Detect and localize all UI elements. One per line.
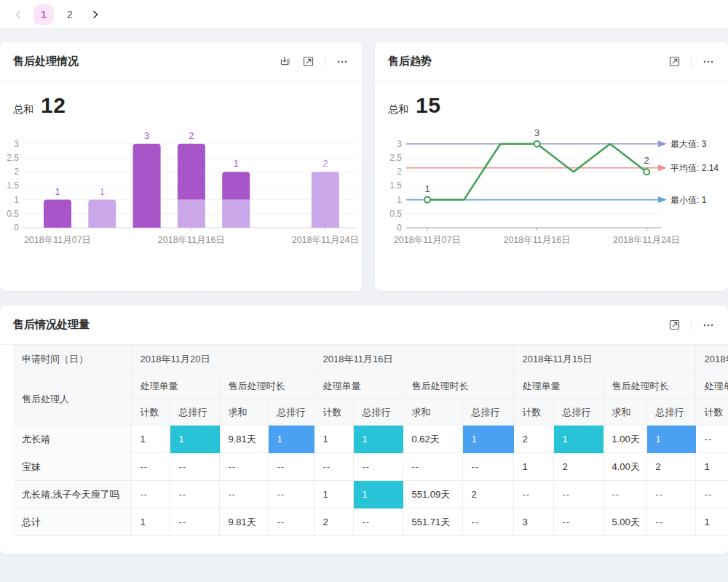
- table-metric-header: 处理单量: [695, 373, 728, 399]
- table-sub-header: 求和: [219, 399, 268, 426]
- table-metric-header: 售后处理时长: [403, 373, 513, 399]
- table-cell: 1: [353, 426, 403, 453]
- min-arrow-icon: [658, 196, 667, 203]
- stacked-bar-chart: 00.511.522.53113121122018年11月07日2018年11月…: [0, 122, 362, 264]
- bar-value-label: 1: [55, 186, 60, 197]
- table-cell: --: [170, 509, 219, 536]
- bar-segment[interactable]: [222, 200, 250, 228]
- data-point-marker[interactable]: [424, 197, 430, 203]
- card-actions: [668, 55, 715, 68]
- table-cell: --: [403, 453, 462, 481]
- bar-segment[interactable]: [178, 200, 205, 228]
- data-point-label: 2: [644, 155, 649, 166]
- more-icon[interactable]: [702, 319, 715, 332]
- y-axis-tick-label: 1.5: [389, 180, 402, 191]
- table-sub-header: 计数: [513, 399, 553, 426]
- x-axis-tick-label: 2018年11月24日: [613, 235, 680, 245]
- table-cell: 0.62天: [403, 426, 462, 453]
- table-cell: --: [695, 481, 728, 509]
- card-title: 售后处理情况: [13, 55, 79, 68]
- prev-page-button[interactable]: [9, 5, 28, 24]
- table-cell: --: [131, 453, 170, 481]
- more-icon[interactable]: [336, 55, 349, 68]
- table-cell: 1: [353, 481, 403, 509]
- table-sub-header: 总排行: [462, 399, 513, 426]
- page-1-button[interactable]: 1: [33, 4, 54, 25]
- open-external-icon[interactable]: [668, 319, 681, 332]
- bar-value-label: 1: [234, 158, 239, 169]
- table-cell: 1: [170, 426, 219, 453]
- x-axis-tick-label: 2018年11月16日: [504, 235, 571, 245]
- table-cell: --: [219, 481, 268, 509]
- table-sub-header: 总排行: [553, 399, 603, 426]
- table-corner-person-label: 售后处理人: [13, 373, 131, 426]
- table-metric-header: 售后处理时长: [219, 373, 314, 399]
- open-external-icon[interactable]: [668, 55, 681, 68]
- card-after-sales-volume-table: 售后情况处理量 申请时间（日）2018年11月20日2018年11月16日201…: [0, 306, 728, 554]
- download-icon[interactable]: [278, 55, 291, 68]
- open-external-icon[interactable]: [301, 55, 314, 68]
- table-cell: --: [695, 426, 728, 453]
- trend-line-chart: 00.511.522.53最大值: 3平均值: 2.14最小值: 1132201…: [375, 122, 728, 264]
- summary-value: 12: [41, 93, 66, 118]
- table-cell: 2: [314, 509, 353, 536]
- y-axis-tick-label: 2: [397, 167, 402, 177]
- table-cell: --: [462, 453, 513, 481]
- data-point-marker[interactable]: [534, 141, 540, 147]
- table-cell: 1: [513, 453, 553, 481]
- more-icon[interactable]: [702, 55, 715, 68]
- table-row-name: 尤长靖,浅子今天瘦了吗: [13, 481, 131, 509]
- data-point-label: 3: [534, 127, 539, 138]
- bar-segment[interactable]: [88, 200, 116, 228]
- pivot-table-wrap: 申请时间（日）2018年11月20日2018年11月16日2018年11月15日…: [13, 345, 728, 536]
- table-cell: --: [268, 453, 314, 481]
- table-cell: --: [219, 453, 268, 481]
- bar-segment[interactable]: [44, 200, 71, 228]
- y-axis-tick-label: 1: [14, 195, 19, 205]
- page-2-button[interactable]: 2: [60, 4, 80, 25]
- summary-label: 总和: [13, 103, 33, 116]
- table-cell: 5.00天: [603, 509, 646, 536]
- table-cell: --: [646, 481, 695, 509]
- table-cell: 1: [553, 426, 603, 453]
- table-cell: 1.00天: [603, 426, 646, 453]
- min-reference-label: 最小值: 1: [670, 195, 707, 205]
- table-cell: --: [462, 509, 513, 536]
- bar-segment[interactable]: [222, 172, 250, 199]
- card-title: 售后情况处理量: [13, 318, 90, 332]
- table-cell: 1: [131, 509, 170, 536]
- y-axis-tick-label: 2.5: [389, 153, 402, 163]
- table-sub-header: 总排行: [646, 399, 695, 426]
- bar-segment[interactable]: [178, 144, 205, 200]
- card-header: 售后情况处理量: [0, 306, 728, 345]
- divider: [691, 319, 692, 330]
- y-axis-tick-label: 1.5: [7, 180, 19, 191]
- table-metric-header: 售后处理时长: [603, 373, 695, 399]
- table-cell: 1: [646, 426, 695, 453]
- y-axis-tick-label: 2.5: [7, 153, 19, 163]
- table-sub-header: 求和: [603, 399, 646, 426]
- table-row-name: 宝妹: [13, 453, 131, 481]
- avg-arrow-icon: [658, 164, 667, 171]
- data-point-marker[interactable]: [644, 169, 649, 175]
- x-axis-tick-label: 2018年11月24日: [292, 235, 359, 245]
- summary: 总和 12: [0, 81, 362, 118]
- next-page-button[interactable]: [86, 5, 105, 24]
- table-cell: --: [646, 509, 695, 536]
- table-cell: 1: [268, 426, 314, 453]
- card-header: 售后趋势: [375, 42, 728, 81]
- table-date-header: 2018年11月16日: [314, 346, 513, 373]
- y-axis-tick-label: 1: [397, 195, 402, 205]
- table-cell: --: [170, 481, 219, 509]
- table-cell: 3: [513, 509, 553, 536]
- table-cell: 9.81天: [219, 426, 268, 453]
- table-sub-header: 总排行: [353, 399, 403, 426]
- table-cell: 1: [314, 426, 353, 453]
- table-metric-header: 处理单量: [513, 373, 603, 399]
- bar-segment[interactable]: [312, 172, 339, 228]
- table-cell: --: [131, 481, 170, 509]
- table-sub-header: 求和: [403, 399, 462, 426]
- summary-label: 总和: [388, 103, 408, 116]
- bar-segment[interactable]: [133, 144, 161, 228]
- table-row: 宝妹----------------124.00天21: [13, 453, 728, 481]
